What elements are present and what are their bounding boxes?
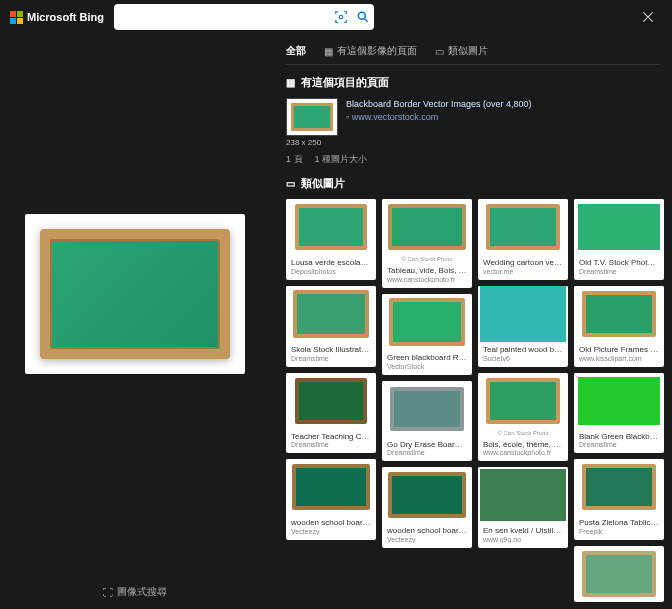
- result-card[interactable]: Pusta Zielona Tablica Z Drew…Freepik: [574, 459, 664, 540]
- result-caption: Wedding cartoon vector vecto…vector.me: [478, 255, 568, 280]
- page-icon: ▦: [286, 77, 295, 88]
- result-caption: wooden school board for writi…Vecteezy: [382, 523, 472, 548]
- tabs: 全部 ▦有這個影像的頁面 ▭類似圖片: [286, 44, 660, 65]
- result-title: wooden school board for writi…: [387, 527, 467, 536]
- result-site: vector.me: [483, 268, 563, 275]
- result-caption: Green blackboard Royalty Fre…VectorStock: [382, 350, 472, 375]
- meta-pages: 1 頁: [286, 153, 303, 166]
- result-site: Dreamstime: [291, 355, 371, 362]
- result-title: Old T.V. Stock Photos - Image…: [579, 259, 659, 268]
- result-thumb: [574, 546, 664, 602]
- close-button[interactable]: [634, 3, 662, 31]
- result-title: Teal painted wood backgroun…: [483, 346, 563, 355]
- tab-all[interactable]: 全部: [286, 44, 306, 58]
- result-caption: Go Dry Erase Boards Encoura…Dreamstime: [382, 437, 472, 462]
- page-icon: ▦: [324, 46, 333, 57]
- result-caption: Lousa verde escolar — Vetor d…Depositpho…: [286, 255, 376, 280]
- result-thumb: [574, 459, 664, 515]
- tab-related[interactable]: ▭類似圖片: [435, 44, 488, 58]
- source-title: Blackboard Border Vector Images (over 4,…: [346, 98, 532, 111]
- result-thumb: [574, 286, 664, 342]
- result-title: Green blackboard Royalty Fre…: [387, 354, 467, 363]
- result-caption: wooden school board for writi…Vecteezy: [286, 515, 376, 540]
- visual-search-icon[interactable]: [330, 10, 352, 24]
- result-title: Tableau, vide, Bois, démodé, v…: [387, 267, 467, 276]
- result-caption: Tableau, vide, Bois, démodé, v…www.canst…: [382, 263, 472, 288]
- source-thumb-wrap: 238 x 250: [286, 98, 338, 145]
- result-card[interactable]: [574, 546, 664, 602]
- result-thumb: [574, 199, 664, 255]
- svg-point-0: [339, 15, 343, 19]
- result-thumb: [478, 199, 568, 255]
- meta-row: 1 頁 1 種圖片大小: [286, 153, 660, 166]
- svg-point-1: [358, 12, 365, 19]
- preview-panel: ⛶ 圖像式搜尋: [0, 34, 270, 609]
- image-icon: ▭: [286, 178, 295, 189]
- results-column: Wedding cartoon vector vecto…vector.meTe…: [478, 199, 568, 602]
- result-thumb: [382, 381, 472, 437]
- results-grid: Lousa verde escolar — Vetor d…Depositpho…: [286, 199, 660, 602]
- tab-pages[interactable]: ▦有這個影像的頁面: [324, 44, 417, 58]
- image-icon: ▭: [435, 46, 444, 57]
- result-card[interactable]: wooden school board for writi…Vecteezy: [382, 467, 472, 548]
- result-card[interactable]: Blank Green Blackboard Cuto…Dreamstime: [574, 373, 664, 454]
- result-caption: Bois, école, thème, planche. E…www.canst…: [478, 437, 568, 462]
- results-column: © Can Stock PhotoTableau, vide, Bois, dé…: [382, 199, 472, 602]
- result-title: Skola Stock Illustrationer, Vekt…: [291, 346, 371, 355]
- search-input[interactable]: [114, 10, 330, 24]
- source-result[interactable]: 238 x 250 Blackboard Border Vector Image…: [286, 98, 660, 145]
- result-card[interactable]: © Can Stock PhotoBois, école, thème, pla…: [478, 373, 568, 462]
- result-thumb: [286, 373, 376, 429]
- result-site: Dreamstime: [387, 449, 467, 456]
- result-thumb: [286, 199, 376, 255]
- result-card[interactable]: © Can Stock PhotoTableau, vide, Bois, dé…: [382, 199, 472, 288]
- result-site: VectorStock: [387, 363, 467, 370]
- result-title: Bois, école, thème, planche. E…: [483, 441, 563, 450]
- result-title: Go Dry Erase Boards Encoura…: [387, 441, 467, 450]
- result-title: Blank Green Blackboard Cuto…: [579, 433, 659, 442]
- result-card[interactable]: Go Dry Erase Boards Encoura…Dreamstime: [382, 381, 472, 462]
- result-site: Depositphotos: [291, 268, 371, 275]
- header: Microsoft Bing: [0, 0, 672, 34]
- result-site: www.canstockphoto.fr: [483, 449, 563, 456]
- result-card[interactable]: Wedding cartoon vector vecto…vector.me: [478, 199, 568, 280]
- result-thumb: [478, 467, 568, 523]
- result-caption: Old Picture Frames clipart - W…www.kissc…: [574, 342, 664, 367]
- result-title: Pusta Zielona Tablica Z Drew…: [579, 519, 659, 528]
- result-thumb: [478, 373, 568, 429]
- source-info: Blackboard Border Vector Images (over 4,…: [346, 98, 532, 123]
- preview-image[interactable]: [25, 214, 245, 374]
- results-panel: 全部 ▦有這個影像的頁面 ▭類似圖片 ▦ 有這個項目的頁面 238 x 250 …: [270, 34, 672, 609]
- result-card[interactable]: Old Picture Frames clipart - W…www.kissc…: [574, 286, 664, 367]
- source-site: ▫ www.vectorstock.com: [346, 111, 532, 124]
- result-card[interactable]: Lousa verde escolar — Vetor d…Depositpho…: [286, 199, 376, 280]
- result-title: Teacher Teaching Chinese La…: [291, 433, 371, 442]
- result-card[interactable]: Green blackboard Royalty Fre…VectorStock: [382, 294, 472, 375]
- result-thumb: [382, 199, 472, 255]
- search-icon[interactable]: [352, 10, 374, 24]
- result-card[interactable]: wooden school board for writi…Vecteezy: [286, 459, 376, 540]
- main: ⛶ 圖像式搜尋 全部 ▦有這個影像的頁面 ▭類似圖片 ▦ 有這個項目的頁面 23…: [0, 34, 672, 609]
- meta-sizes: 1 種圖片大小: [315, 153, 368, 166]
- result-site: Dreamstime: [579, 268, 659, 275]
- result-site: www.g9g.no: [483, 536, 563, 543]
- result-caption: Blank Green Blackboard Cuto…Dreamstime: [574, 429, 664, 454]
- visual-search-action[interactable]: ⛶ 圖像式搜尋: [103, 585, 167, 599]
- watermark: © Can Stock Photo: [478, 429, 568, 437]
- result-card[interactable]: En sen kveld / Utstillinger - G9…www.g9g…: [478, 467, 568, 548]
- result-card[interactable]: Teal painted wood backgroun…Society6: [478, 286, 568, 367]
- result-site: Vecteezy: [387, 536, 467, 543]
- results-column: Lousa verde escolar — Vetor d…Depositpho…: [286, 199, 376, 602]
- result-thumb: [382, 294, 472, 350]
- result-thumb: [286, 286, 376, 342]
- result-card[interactable]: Old T.V. Stock Photos - Image…Dreamstime: [574, 199, 664, 280]
- bing-logo[interactable]: Microsoft Bing: [10, 11, 104, 24]
- result-card[interactable]: Teacher Teaching Chinese La…Dreamstime: [286, 373, 376, 454]
- visual-search-label: 圖像式搜尋: [117, 585, 167, 599]
- result-caption: Pusta Zielona Tablica Z Drew…Freepik: [574, 515, 664, 540]
- result-card[interactable]: Skola Stock Illustrationer, Vekt…Dreamst…: [286, 286, 376, 367]
- result-site: Freepik: [579, 528, 659, 535]
- result-title: Old Picture Frames clipart - W…: [579, 346, 659, 355]
- source-thumb: [286, 98, 338, 136]
- result-site: Dreamstime: [291, 441, 371, 448]
